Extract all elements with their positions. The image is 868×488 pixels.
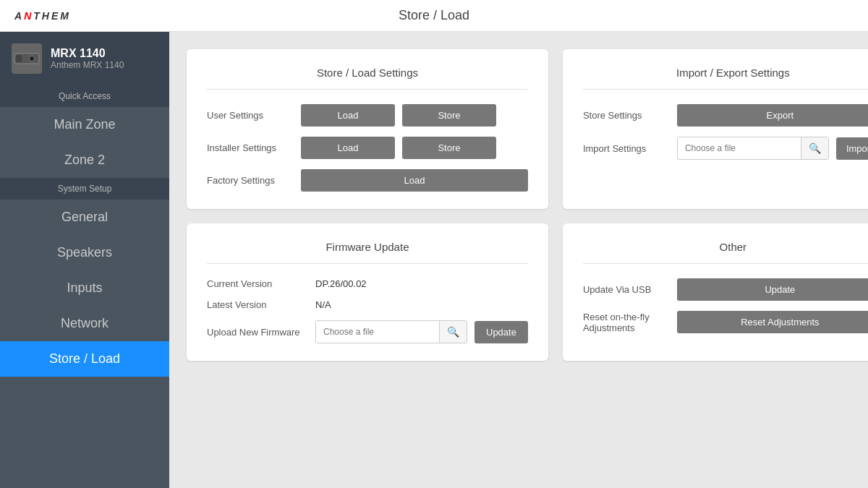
other-card: Other Update Via USB Update Reset on-the… xyxy=(563,223,868,361)
firmware-file-input[interactable] xyxy=(316,322,439,342)
firmware-file-search-button[interactable]: 🔍 xyxy=(439,321,467,343)
import-file-input[interactable] xyxy=(678,138,801,158)
other-title: Other xyxy=(583,241,868,264)
current-version-value: DP.26/00.02 xyxy=(315,278,367,289)
firmware-file-input-wrapper: 🔍 xyxy=(315,320,467,343)
app-header: ANTHEM Store / Load xyxy=(0,0,868,32)
reset-adjustments-label: Reset on-the-flyAdjustments xyxy=(583,312,670,333)
reset-adjustments-button[interactable]: Reset Adjustments xyxy=(677,311,868,333)
latest-version-label: Latest Version xyxy=(207,299,308,310)
sidebar-item-main-zone[interactable]: Main Zone xyxy=(0,107,169,142)
device-section: MRX 1140 Anthem MRX 1140 xyxy=(0,32,169,85)
store-load-settings-title: Store / Load Settings xyxy=(207,67,528,90)
device-name: MRX 1140 xyxy=(51,47,124,60)
import-file-search-button[interactable]: 🔍 xyxy=(801,137,828,159)
installer-settings-store-button[interactable]: Store xyxy=(402,137,496,159)
export-button[interactable]: Export xyxy=(677,104,868,127)
latest-version-row: Latest Version N/A xyxy=(207,299,528,310)
upload-firmware-label: Upload New Firmware xyxy=(207,327,308,338)
installer-settings-load-button[interactable]: Load xyxy=(301,137,395,159)
import-file-input-wrapper: 🔍 xyxy=(677,137,829,160)
device-icon xyxy=(12,43,42,74)
store-settings-row: Store Settings Export xyxy=(583,104,868,127)
main-content: Store / Load Settings User Settings Load… xyxy=(169,32,868,488)
sidebar-section-quick-access: Quick Access xyxy=(0,85,169,107)
upload-firmware-row: Upload New Firmware 🔍 Update xyxy=(207,320,528,343)
svg-rect-1 xyxy=(16,55,22,62)
import-settings-row: Import Settings 🔍 Import xyxy=(583,137,868,160)
reset-adjustments-row: Reset on-the-flyAdjustments Reset Adjust… xyxy=(583,311,868,333)
sidebar-item-network[interactable]: Network xyxy=(0,306,169,341)
import-export-settings-card: Import / Export Settings Store Settings … xyxy=(563,49,868,209)
user-settings-label: User Settings xyxy=(207,110,294,121)
device-model: Anthem MRX 1140 xyxy=(51,60,124,70)
firmware-update-title: Firmware Update xyxy=(207,241,528,264)
sidebar-item-general[interactable]: General xyxy=(0,200,169,235)
firmware-update-card: Firmware Update Current Version DP.26/00… xyxy=(187,223,548,361)
user-settings-load-button[interactable]: Load xyxy=(301,104,395,127)
anthem-logo-text: ANTHEM xyxy=(14,10,71,22)
import-settings-label: Import Settings xyxy=(583,143,670,154)
store-settings-label: Store Settings xyxy=(583,110,670,121)
latest-version-value: N/A xyxy=(315,299,331,310)
device-info: MRX 1140 Anthem MRX 1140 xyxy=(51,47,124,70)
user-settings-row: User Settings Load Store xyxy=(207,104,528,127)
installer-settings-row: Installer Settings Load Store xyxy=(207,137,528,159)
sidebar-item-zone2[interactable]: Zone 2 xyxy=(0,142,169,178)
store-load-settings-card: Store / Load Settings User Settings Load… xyxy=(187,49,548,209)
factory-settings-load-button[interactable]: Load xyxy=(301,169,528,192)
sidebar-section-system-setup: System Setup xyxy=(0,178,169,200)
update-via-usb-button[interactable]: Update xyxy=(677,278,868,301)
installer-settings-label: Installer Settings xyxy=(207,142,294,153)
main-layout: MRX 1140 Anthem MRX 1140 Quick Access Ma… xyxy=(0,32,868,488)
firmware-update-button[interactable]: Update xyxy=(475,321,528,343)
page-title: Store / Load xyxy=(399,8,469,23)
factory-settings-row: Factory Settings Load xyxy=(207,169,528,192)
sidebar-item-inputs[interactable]: Inputs xyxy=(0,270,169,306)
update-via-usb-label: Update Via USB xyxy=(583,284,670,295)
sidebar-item-speakers[interactable]: Speakers xyxy=(0,235,169,270)
logo: ANTHEM xyxy=(14,10,71,22)
current-version-label: Current Version xyxy=(207,278,308,289)
import-button[interactable]: Import xyxy=(836,137,868,160)
user-settings-store-button[interactable]: Store xyxy=(402,104,496,127)
import-export-title: Import / Export Settings xyxy=(583,67,868,90)
factory-settings-label: Factory Settings xyxy=(207,175,294,186)
update-via-usb-row: Update Via USB Update xyxy=(583,278,868,301)
sidebar-item-store-load[interactable]: Store / Load xyxy=(0,341,169,377)
svg-point-3 xyxy=(30,57,33,60)
sidebar: MRX 1140 Anthem MRX 1140 Quick Access Ma… xyxy=(0,32,169,488)
current-version-row: Current Version DP.26/00.02 xyxy=(207,278,528,289)
